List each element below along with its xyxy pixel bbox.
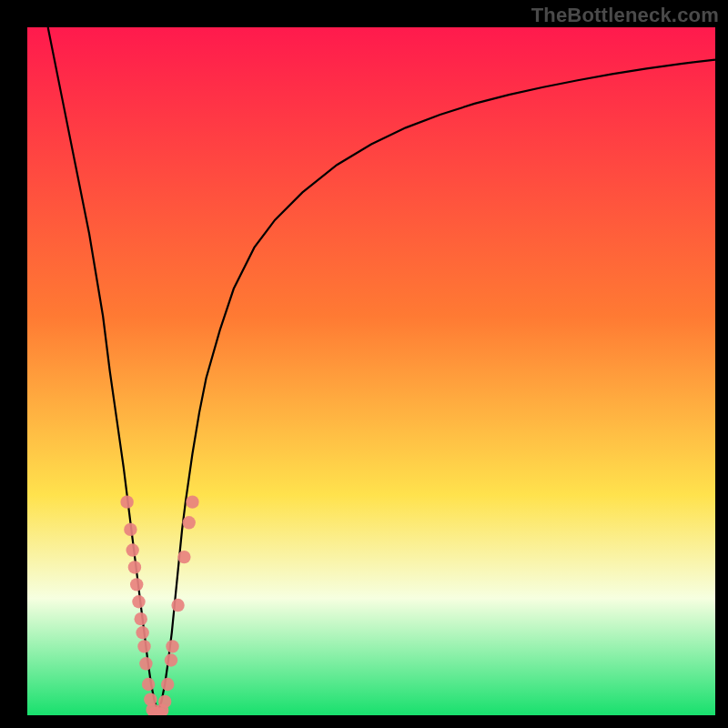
marker-point: [166, 640, 178, 652]
marker-point: [135, 612, 147, 625]
marker-point: [158, 695, 171, 708]
attribution-label: TheBottleneck.com: [531, 4, 719, 27]
marker-point: [139, 657, 152, 670]
marker-point: [120, 495, 133, 508]
bottleneck-chart: [27, 27, 715, 715]
marker-point: [165, 653, 177, 666]
marker-point: [126, 543, 138, 556]
marker-point: [130, 578, 143, 591]
plot-area: [27, 27, 715, 715]
marker-point: [142, 678, 155, 691]
marker-point: [171, 599, 184, 612]
chart-frame: TheBottleneck.com: [0, 0, 728, 728]
marker-point: [161, 678, 174, 691]
gradient-background: [27, 27, 715, 715]
marker-point: [182, 516, 195, 529]
marker-point: [177, 551, 190, 563]
marker-point: [124, 523, 136, 536]
marker-point: [132, 595, 145, 608]
marker-point: [186, 495, 198, 508]
marker-point: [136, 626, 148, 639]
marker-point: [128, 561, 141, 573]
marker-point: [137, 640, 150, 652]
